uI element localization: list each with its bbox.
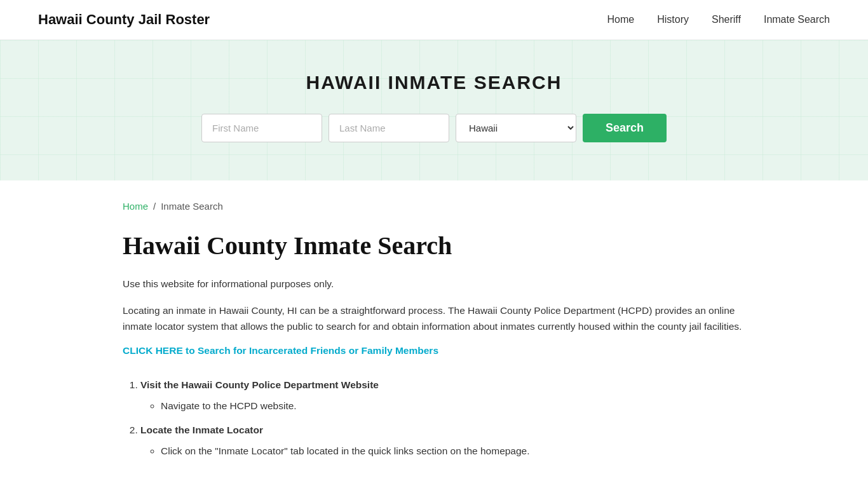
site-title[interactable]: Hawaii County Jail Roster	[38, 11, 210, 28]
step-2-label: Locate the Inmate Locator	[140, 424, 263, 435]
list-item: Visit the Hawaii County Police Departmen…	[140, 377, 745, 414]
intro-text-1: Use this website for informational purpo…	[123, 276, 745, 292]
page-heading: Hawaii County Inmate Search	[123, 231, 745, 261]
nav-sheriff[interactable]: Sheriff	[712, 14, 741, 25]
search-button[interactable]: Search	[583, 114, 667, 142]
sub-list-item: Navigate to the HCPD website.	[161, 398, 745, 414]
intro-text-2: Locating an inmate in Hawaii County, HI …	[123, 302, 745, 335]
list-item: Locate the Inmate Locator Click on the "…	[140, 422, 745, 459]
breadcrumb-home[interactable]: Home	[123, 201, 148, 212]
hero-title: HAWAII INMATE SEARCH	[13, 72, 855, 93]
site-header: Hawaii County Jail Roster Home History S…	[0, 0, 868, 40]
state-select[interactable]: Hawaii Alaska California Oregon Washingt…	[456, 114, 576, 142]
nav-home[interactable]: Home	[607, 14, 635, 25]
breadcrumb-separator: /	[153, 201, 156, 212]
sub-list-2: Click on the "Inmate Locator" tab locate…	[140, 443, 745, 459]
nav-history[interactable]: History	[657, 14, 689, 25]
sub-list-1: Navigate to the HCPD website.	[140, 398, 745, 414]
first-name-input[interactable]	[201, 114, 322, 142]
steps-list: Visit the Hawaii County Police Departmen…	[123, 377, 745, 459]
nav-inmate-search[interactable]: Inmate Search	[764, 14, 830, 25]
click-here-link[interactable]: CLICK HERE to Search for Incarcerated Fr…	[123, 345, 438, 356]
last-name-input[interactable]	[329, 114, 449, 142]
breadcrumb: Home / Inmate Search	[123, 201, 745, 212]
main-content: Home / Inmate Search Hawaii County Inmat…	[85, 180, 783, 488]
step-1-label: Visit the Hawaii County Police Departmen…	[140, 379, 379, 390]
main-nav: Home History Sheriff Inmate Search	[607, 14, 830, 25]
search-form: Hawaii Alaska California Oregon Washingt…	[13, 114, 855, 142]
hero-banner: HAWAII INMATE SEARCH Hawaii Alaska Calif…	[0, 40, 868, 180]
sub-list-item: Click on the "Inmate Locator" tab locate…	[161, 443, 745, 459]
breadcrumb-current: Inmate Search	[161, 201, 223, 212]
